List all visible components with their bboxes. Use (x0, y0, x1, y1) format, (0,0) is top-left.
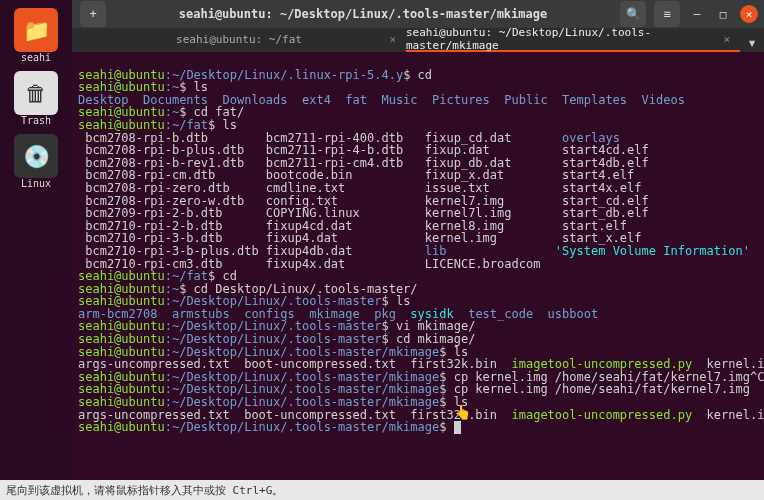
dock-label: Trash (21, 115, 51, 126)
chevron-down-icon: ▾ (747, 33, 757, 52)
dock: 📁 seahi 🗑 Trash 💿 Linux (0, 0, 72, 480)
dock-item-linux[interactable]: 💿 Linux (10, 134, 62, 189)
search-icon: 🔍 (626, 7, 641, 21)
tab-menu-button[interactable]: ▾ (740, 33, 764, 52)
maximize-button[interactable]: □ (714, 5, 732, 23)
close-button[interactable]: × (740, 5, 758, 23)
dock-label: Linux (21, 178, 51, 189)
close-icon[interactable]: × (389, 33, 396, 46)
tab-mkimage[interactable]: seahi@ubuntu: ~/Desktop/Linux/.tools-mas… (406, 28, 740, 52)
folder-icon: 📁 (14, 8, 58, 52)
dock-item-home[interactable]: 📁 seahi (10, 8, 62, 63)
vm-statusbar: 尾向到该虚拟机，请将鼠标指针移入其中或按 Ctrl+G。 (0, 480, 764, 500)
window-titlebar: + seahi@ubuntu: ~/Desktop/Linux/.tools-m… (72, 0, 764, 28)
mouse-pointer-icon: 👆 (454, 404, 471, 420)
window-title: seahi@ubuntu: ~/Desktop/Linux/.tools-mas… (106, 7, 620, 21)
dock-item-trash[interactable]: 🗑 Trash (10, 71, 62, 126)
menu-button[interactable]: ≡ (654, 1, 680, 27)
minimize-button[interactable]: ─ (688, 5, 706, 23)
new-tab-button[interactable]: + (80, 1, 106, 27)
tab-bar: seahi@ubuntu: ~/fat × seahi@ubuntu: ~/De… (72, 28, 764, 52)
tab-label: seahi@ubuntu: ~/fat (176, 33, 302, 46)
cursor (454, 421, 461, 434)
status-text: 尾向到该虚拟机，请将鼠标指针移入其中或按 Ctrl+G。 (6, 483, 283, 498)
disk-icon: 💿 (14, 134, 58, 178)
plus-icon: + (89, 7, 96, 21)
search-button[interactable]: 🔍 (620, 1, 646, 27)
hamburger-icon: ≡ (663, 7, 670, 21)
terminal[interactable]: seahi@ubuntu:~/Desktop/Linux/.linux-rpi-… (72, 52, 764, 480)
close-icon[interactable]: × (723, 33, 730, 46)
dock-label: seahi (21, 52, 51, 63)
tab-fat[interactable]: seahi@ubuntu: ~/fat × (72, 28, 406, 52)
tab-label: seahi@ubuntu: ~/Desktop/Linux/.tools-mas… (406, 26, 740, 52)
trash-icon: 🗑 (14, 71, 58, 115)
